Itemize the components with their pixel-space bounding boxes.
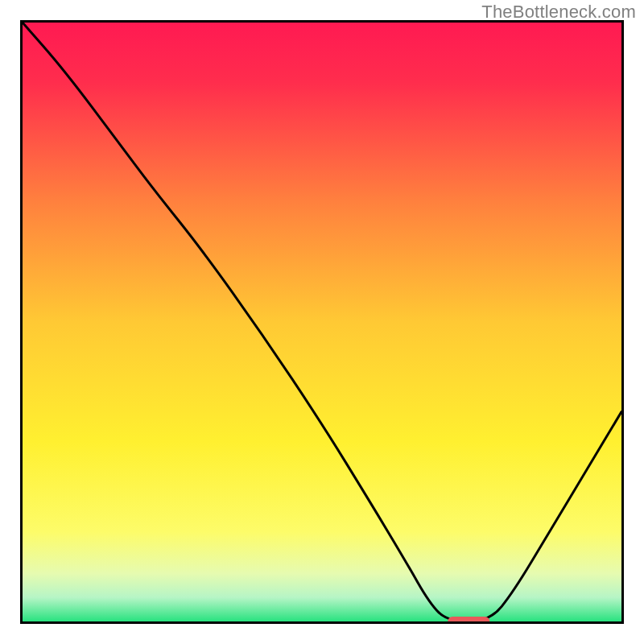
chart-svg bbox=[23, 23, 621, 621]
chart-plot-area bbox=[20, 20, 624, 624]
watermark-text: TheBottleneck.com bbox=[481, 2, 636, 23]
optimal-zone-marker bbox=[448, 617, 489, 621]
gradient-background bbox=[23, 23, 621, 621]
